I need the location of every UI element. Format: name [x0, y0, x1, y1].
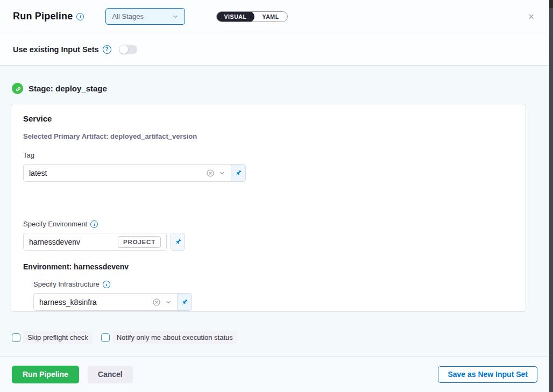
primary-artifact-label: Selected Primary Artifact: deployed_arti… [23, 132, 514, 140]
environment-field-group: PROJECT [23, 233, 514, 251]
help-icon[interactable]: ? [103, 45, 111, 54]
toggle-knob [119, 45, 128, 54]
environment-info-icon[interactable]: i [90, 220, 98, 228]
chevron-down-icon[interactable] [219, 170, 225, 176]
environment-label: Specify Environment [23, 220, 87, 228]
notify-me-checkbox[interactable]: Notify only me about execution status [101, 331, 237, 344]
close-icon[interactable]: × [526, 10, 536, 23]
save-as-new-input-set-button[interactable]: Save as New Input Set [438, 366, 537, 383]
stage-name-label: Stage: deploy_stage [29, 84, 107, 93]
tab-visual[interactable]: VISUAL [216, 11, 254, 22]
input-sets-label: Use existing Input Sets [13, 45, 99, 54]
dialog-body: ∞ Stage: deploy_stage Service Selected P… [0, 66, 549, 356]
infrastructure-label-row: Specify Infrastructure i [33, 280, 514, 288]
input-sets-toggle[interactable] [119, 45, 137, 54]
service-card: Service Selected Primary Artifact: deplo… [11, 104, 526, 312]
pin-input-icon-button[interactable] [178, 293, 192, 311]
chevron-down-icon[interactable] [165, 299, 172, 305]
background-page-edge-top [549, 0, 553, 8]
background-page-edge [549, 0, 553, 392]
pin-input-icon-button[interactable] [171, 233, 185, 251]
infrastructure-input-box [33, 293, 178, 311]
pin-input-icon-button[interactable] [231, 164, 246, 182]
page-title: Run Pipeline [13, 11, 73, 22]
view-mode-toggle: VISUAL YAML [216, 11, 287, 22]
infrastructure-info-icon[interactable]: i [103, 281, 110, 288]
checkbox-icon[interactable] [12, 333, 20, 342]
stage-selector-value: All Stages [112, 12, 144, 20]
stage-row: ∞ Stage: deploy_stage [0, 66, 549, 104]
clear-icon[interactable] [152, 298, 161, 307]
tag-input[interactable] [29, 169, 202, 177]
skip-preflight-checkbox[interactable]: Skip preflight check [12, 331, 93, 344]
dialog-footer: Run Pipeline Cancel Save as New Input Se… [0, 356, 549, 392]
notify-me-label: Notify only me about execution status [112, 331, 237, 344]
infrastructure-label: Specify Infrastructure [33, 280, 100, 288]
skip-preflight-label: Skip preflight check [23, 331, 93, 344]
environment-label-row: Specify Environment i [23, 220, 514, 228]
infrastructure-field-group [33, 293, 514, 311]
tag-input-box [23, 164, 231, 182]
run-pipeline-dialog: Run Pipeline i All Stages VISUAL YAML × … [0, 0, 549, 392]
execution-options-row: Skip preflight check Notify only me abou… [0, 312, 549, 344]
tag-label: Tag [23, 151, 514, 159]
infrastructure-input[interactable] [39, 298, 148, 307]
service-card-title: Service [23, 114, 514, 123]
pipeline-info-icon[interactable]: i [76, 13, 84, 20]
tag-field-group [23, 164, 514, 182]
dialog-header: Run Pipeline i All Stages VISUAL YAML × [0, 0, 549, 33]
environment-heading: Environment: harnessdevenv [23, 262, 514, 271]
stage-selector-dropdown[interactable]: All Stages [105, 8, 185, 25]
checkbox-icon[interactable] [101, 333, 110, 342]
input-sets-row: Use existing Input Sets ? [0, 33, 549, 66]
cd-stage-icon: ∞ [12, 83, 23, 94]
project-scope-badge: PROJECT [118, 236, 161, 248]
cancel-button[interactable]: Cancel [88, 366, 133, 383]
run-pipeline-button[interactable]: Run Pipeline [12, 366, 79, 383]
environment-input-box: PROJECT [23, 233, 167, 251]
environment-input[interactable] [29, 238, 114, 246]
clear-icon[interactable] [206, 169, 215, 177]
chevron-down-icon [172, 13, 179, 20]
tab-yaml[interactable]: YAML [254, 13, 287, 20]
